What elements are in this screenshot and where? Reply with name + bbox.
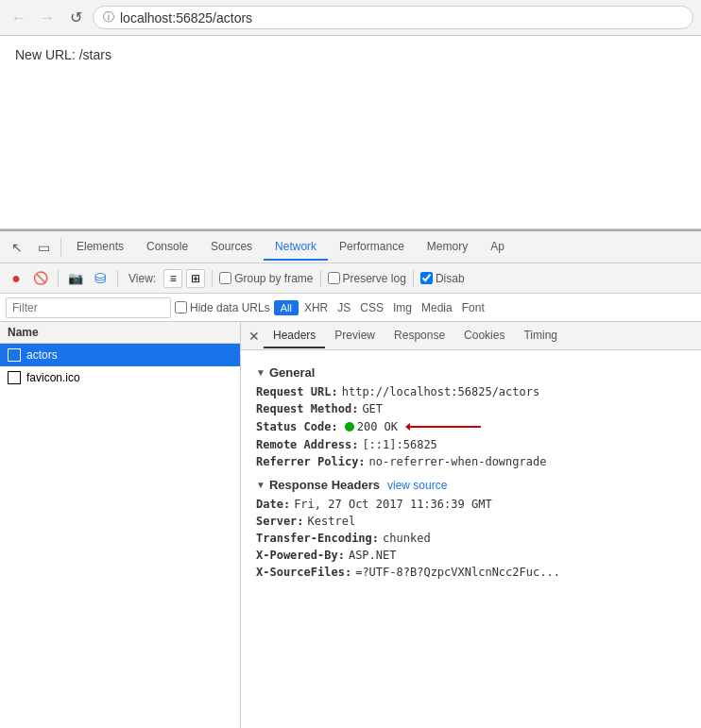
preserve-log-checkbox[interactable]: [328, 272, 340, 284]
filter-media[interactable]: Media: [418, 300, 456, 315]
filter-js[interactable]: JS: [333, 300, 354, 315]
toolbar-sep-5: [413, 270, 414, 287]
panel-close-button[interactable]: ✕: [245, 327, 264, 346]
pointer-icon[interactable]: ↖: [4, 234, 30, 261]
filter-xhr[interactable]: XHR: [300, 300, 332, 315]
header-row: Remote Address: [::1]:56825: [256, 438, 686, 451]
header-val: Fri, 27 Oct 2017 11:36:39 GMT: [294, 498, 492, 511]
header-val: Kestrel: [308, 515, 356, 528]
reload-button[interactable]: ↺: [64, 7, 87, 29]
header-val: [::1]:56825: [362, 438, 436, 451]
browser-toolbar: ← → ↺ ⓘ localhost:56825/actors: [0, 0, 701, 36]
tab-console[interactable]: Console: [135, 234, 199, 261]
tab-separator: [60, 238, 61, 257]
tab-timing[interactable]: Timing: [514, 324, 567, 348]
group-by-frame-checkbox[interactable]: [219, 272, 231, 284]
triangle-icon: ▼: [256, 367, 265, 378]
url-text: localhost:56825/actors: [120, 10, 252, 25]
filter-css[interactable]: CSS: [356, 300, 387, 315]
tab-elements[interactable]: Elements: [65, 234, 135, 261]
filter-type-buttons: All XHR JS CSS Img Media Font: [274, 300, 488, 315]
forward-button[interactable]: →: [36, 7, 59, 29]
filter-input[interactable]: [6, 297, 171, 318]
file-name: favicon.ico: [26, 371, 80, 384]
header-row: Server: Kestrel: [256, 515, 686, 528]
page-content: New URL: /stars: [0, 36, 701, 229]
name-column-header: Name: [0, 322, 240, 344]
header-row: X-SourceFiles: =?UTF-8?B?QzpcVXNlcnNcc2F…: [256, 566, 686, 579]
filter-img[interactable]: Img: [389, 300, 416, 315]
address-bar[interactable]: ⓘ localhost:56825/actors: [93, 6, 693, 29]
lock-icon: ⓘ: [103, 9, 114, 25]
header-row: Transfer-Encoding: chunked: [256, 532, 686, 545]
toolbar-sep-3: [212, 270, 213, 287]
devtools-panel: ↖ ▭ Elements Console Sources Network Per…: [0, 229, 701, 728]
header-val: chunked: [383, 532, 431, 545]
file-icon: [8, 348, 21, 362]
toolbar-sep-2: [117, 270, 118, 287]
tab-response[interactable]: Response: [385, 324, 454, 348]
header-key: Status Code:: [256, 420, 338, 433]
panel-tabs: ✕ Headers Preview Response Cookies Timin…: [241, 322, 701, 350]
filter-font[interactable]: Font: [458, 300, 488, 315]
tab-performance[interactable]: Performance: [328, 234, 416, 261]
header-key: Server:: [256, 515, 304, 528]
disable-cache-label[interactable]: Disab: [420, 272, 465, 285]
tab-cookies[interactable]: Cookies: [454, 324, 514, 348]
back-button[interactable]: ←: [8, 7, 30, 29]
red-arrow-svg: [405, 419, 490, 434]
device-icon[interactable]: ▭: [30, 234, 57, 261]
list-item[interactable]: actors: [0, 344, 240, 366]
view-tree-button[interactable]: ⊞: [186, 269, 205, 288]
tab-sources[interactable]: Sources: [199, 234, 264, 261]
headers-content: ▼ General Request URL: http://localhost:…: [241, 350, 701, 590]
header-key: Date:: [256, 498, 290, 511]
header-key: Request URL:: [256, 385, 338, 398]
stop-button[interactable]: 🚫: [30, 268, 51, 289]
disable-cache-checkbox[interactable]: [420, 272, 433, 284]
response-headers-row: ▼ Response Headers view source: [256, 478, 686, 492]
devtools-main: Name actors favicon.ico ✕ Headers Previe…: [0, 322, 701, 728]
group-by-frame-label[interactable]: Group by frame: [219, 272, 313, 285]
header-row: Status Code: 200 OK: [256, 419, 686, 434]
view-list-button[interactable]: ≡: [163, 269, 182, 288]
file-icon: [8, 371, 21, 384]
header-key: X-SourceFiles:: [256, 566, 351, 579]
header-row: Request URL: http://localhost:56825/acto…: [256, 385, 686, 398]
tab-memory[interactable]: Memory: [416, 234, 479, 261]
tab-preview[interactable]: Preview: [325, 324, 385, 348]
hide-data-urls-checkbox[interactable]: [175, 301, 187, 313]
tab-application[interactable]: Ap: [479, 234, 516, 261]
header-key: Remote Address:: [256, 438, 358, 451]
header-row: Referrer Policy: no-referrer-when-downgr…: [256, 455, 686, 468]
view-source-link[interactable]: view source: [387, 479, 447, 492]
preserve-log-label[interactable]: Preserve log: [328, 272, 406, 285]
hide-data-urls-label[interactable]: Hide data URLs: [175, 301, 270, 314]
devtools-tabbar: ↖ ▭ Elements Console Sources Network Per…: [0, 231, 701, 263]
triangle-icon: ▼: [256, 480, 265, 490]
header-key: X-Powered-By:: [256, 549, 345, 562]
header-val: no-referrer-when-downgrade: [369, 455, 547, 468]
header-val: 200 OK: [357, 420, 398, 433]
header-val: GET: [362, 402, 383, 415]
record-button[interactable]: ●: [6, 268, 26, 289]
filter-bar: Hide data URLs All XHR JS CSS Img Media …: [0, 294, 701, 322]
response-headers-title: ▼ Response Headers: [256, 478, 380, 492]
list-item[interactable]: favicon.ico: [0, 366, 240, 389]
filter-button[interactable]: ⛁: [90, 268, 111, 289]
header-val: =?UTF-8?B?QzpcVXNlcnNcc2Fuc...: [355, 566, 560, 579]
tab-headers[interactable]: Headers: [264, 324, 325, 348]
filter-all-button[interactable]: All: [274, 300, 299, 315]
header-val: ASP.NET: [349, 549, 397, 562]
header-row: X-Powered-By: ASP.NET: [256, 549, 686, 562]
general-section-title: ▼ General: [256, 365, 686, 380]
header-key: Request Method:: [256, 402, 358, 415]
right-panel: ✕ Headers Preview Response Cookies Timin…: [241, 322, 701, 728]
svg-marker-1: [405, 423, 410, 431]
tab-network[interactable]: Network: [264, 234, 328, 261]
page-text: New URL: /stars: [15, 47, 111, 62]
toolbar-sep-4: [320, 270, 321, 287]
header-row: Request Method: GET: [256, 402, 686, 415]
camera-button[interactable]: 📷: [65, 268, 86, 289]
header-key: Referrer Policy:: [256, 455, 366, 468]
